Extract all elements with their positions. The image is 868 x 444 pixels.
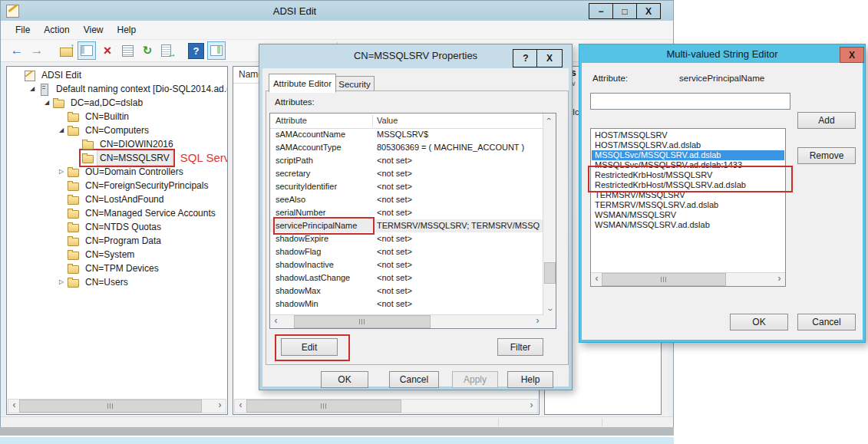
scroll-right-icon[interactable]: › — [532, 315, 543, 327]
toolbar-separator[interactable] — [48, 42, 54, 59]
list-hscrollbar[interactable]: ‹ › — [234, 399, 538, 413]
menu-item[interactable]: View — [77, 22, 111, 38]
tree-item[interactable]: CN=System — [7, 248, 227, 261]
scroll-left-icon[interactable]: ‹ — [591, 273, 602, 284]
value-item[interactable]: HOST/MSSQLSRV — [592, 130, 784, 140]
scroll-left-icon[interactable]: ‹ — [270, 315, 282, 327]
attribute-row[interactable]: securityIdentifier <not set> — [270, 180, 543, 193]
value-to-add-input[interactable] — [590, 93, 790, 110]
tree-item[interactable]: CN=LostAndFound — [7, 192, 227, 206]
attribute-row[interactable]: secretary <not set> — [270, 167, 543, 180]
attribute-row[interactable]: sAMAccountName MSSQLSRV$ — [270, 128, 543, 141]
value-item[interactable]: TERMSRV/MSSQLSRV.ad.dslab — [592, 200, 784, 210]
value-item[interactable]: TERMSRV/MSSQLSRV — [592, 190, 784, 200]
help-icon[interactable]: ? — [513, 49, 539, 67]
attribute-column-header[interactable]: Attribute — [276, 116, 307, 125]
attribute-row[interactable]: shadowFlag <not set> — [270, 245, 543, 258]
tree-item[interactable]: CN=DIOWIN2016 — [7, 137, 227, 151]
scroll-right-icon[interactable]: › — [526, 400, 537, 411]
attributes-hscrollbar[interactable]: ‹ › — [270, 314, 543, 328]
attribute-row[interactable]: servicePrincipalName TERMSRV/MSSQLSRV; T… — [270, 219, 543, 232]
help-icon[interactable]: ? — [188, 43, 204, 59]
menu-item[interactable]: File — [8, 22, 37, 38]
tree-item[interactable]: ▷ CN=Users — [7, 275, 227, 289]
apply-button[interactable]: Apply — [452, 371, 498, 388]
tree-expander-icon[interactable]: ▷ — [57, 165, 66, 179]
tree-hscrollbar[interactable]: ‹ › — [8, 399, 226, 413]
attribute-row[interactable]: shadowMin <not set> — [270, 298, 543, 311]
up-one-level-icon[interactable]: ↑ — [58, 42, 74, 59]
column-divider[interactable] — [372, 115, 373, 127]
values-hscrollbar[interactable]: ‹ › — [591, 272, 785, 286]
ok-button[interactable]: OK — [321, 371, 368, 388]
attribute-row[interactable]: serialNumber <not set> — [270, 206, 543, 219]
cancel-button[interactable]: Cancel — [797, 314, 856, 331]
tree-item[interactable]: ADSI Edit — [7, 68, 227, 82]
remove-button[interactable]: Remove — [797, 147, 856, 164]
export-list-icon[interactable]: → — [159, 42, 176, 59]
scrollbar-thumb[interactable] — [294, 315, 431, 328]
value-item[interactable]: HOST/MSSQLSRV.ad.dslab — [592, 140, 784, 150]
scroll-down-icon[interactable]: ‹ — [543, 304, 555, 315]
forward-icon[interactable]: → — [28, 42, 45, 59]
maximize-button[interactable]: □ — [612, 3, 637, 19]
edit-button[interactable]: Edit — [281, 338, 338, 356]
close-icon[interactable]: X — [840, 47, 864, 63]
tree-item[interactable]: ◢ Default naming context [Dio-SQL2014.ad… — [7, 82, 227, 96]
add-button[interactable]: Add — [797, 112, 856, 129]
scrollbar-thumb[interactable] — [602, 273, 726, 286]
scrollbar-thumb[interactable] — [246, 400, 401, 413]
show-action-pane-icon[interactable] — [207, 41, 226, 60]
filter-button[interactable]: Filter — [497, 338, 543, 356]
tree-item[interactable]: ▷ OU=Domain Controllers — [7, 165, 227, 179]
value-item[interactable]: RestrictedKrbHost/MSSQLSRV.ad.dslab — [592, 180, 784, 190]
tree-item[interactable]: CN=Managed Service Accounts — [7, 206, 227, 220]
attribute-row[interactable]: shadowLastChange <not set> — [270, 271, 543, 284]
show-console-tree-icon[interactable] — [78, 41, 96, 60]
minimize-button[interactable]: − — [589, 3, 613, 19]
value-item[interactable]: WSMAN/MSSQLSRV.ad.dslab — [592, 220, 784, 230]
attribute-row[interactable]: shadowMax <not set> — [270, 284, 543, 298]
close-icon[interactable]: X — [536, 49, 563, 67]
cancel-button[interactable]: Cancel — [389, 371, 439, 388]
tree-item[interactable]: CN=TPM Devices — [7, 261, 227, 275]
value-item[interactable]: MSSQLSvc/MSSQLSRV.ad.dslab — [592, 150, 784, 160]
scroll-up-icon[interactable]: ‹ — [543, 113, 555, 124]
tree-expander-icon[interactable]: ◢ — [57, 123, 66, 137]
tree-item[interactable]: ◢ DC=ad,DC=dslab — [7, 96, 227, 110]
refresh-icon[interactable]: ↻ — [139, 42, 156, 59]
attribute-row[interactable]: shadowInactive <not set> — [270, 258, 543, 271]
value-column-header[interactable]: Value — [377, 116, 398, 125]
tree-item[interactable]: CN=Program Data — [7, 234, 227, 248]
scroll-right-icon[interactable]: › — [774, 273, 785, 284]
delete-icon[interactable]: × — [99, 42, 116, 59]
value-item[interactable]: MSSQLSvc/MSSQLSRV.ad.dslab:1433 — [592, 160, 784, 170]
help-button[interactable]: Help — [507, 371, 553, 388]
tree-item[interactable]: CN=Builtin — [7, 110, 227, 123]
attribute-row[interactable]: seeAlso <not set> — [270, 193, 543, 206]
tree-expander-icon[interactable]: ◢ — [42, 96, 51, 110]
back-icon[interactable]: ← — [8, 42, 25, 59]
tree-item[interactable]: ◢ CN=Computers — [7, 123, 227, 137]
attribute-row[interactable]: sAMAccountType 805306369 = ( MACHINE_ACC… — [270, 141, 543, 154]
tree-expander-icon[interactable]: ▷ — [57, 275, 66, 289]
menu-item[interactable]: Action — [37, 22, 76, 38]
menu-item[interactable]: Help — [111, 22, 144, 38]
attributes-vscrollbar[interactable]: ‹ ‹ — [543, 113, 556, 315]
scrollbar-thumb[interactable] — [544, 262, 556, 284]
toolbar-separator[interactable] — [179, 42, 185, 59]
value-item[interactable]: WSMAN/MSSQLSRV — [592, 210, 784, 220]
tree-item[interactable]: CN=MSSQLSRV SQL Server Host — [7, 151, 227, 165]
tree-item[interactable]: CN=ForeignSecurityPrincipals — [7, 179, 227, 192]
value-item[interactable]: RestrictedKrbHost/MSSQLSRV — [592, 170, 784, 180]
attribute-row[interactable]: scriptPath <not set> — [270, 154, 543, 167]
scrollbar-thumb[interactable] — [19, 400, 202, 413]
close-button[interactable]: X — [636, 3, 661, 19]
tree-item[interactable]: CN=NTDS Quotas — [7, 220, 227, 234]
scroll-right-icon[interactable]: › — [214, 400, 226, 411]
scroll-left-icon[interactable]: ‹ — [8, 400, 20, 411]
tree-expander-icon[interactable]: ◢ — [28, 82, 37, 96]
properties-icon[interactable] — [119, 42, 136, 59]
scroll-left-icon[interactable]: ‹ — [235, 400, 246, 411]
attribute-row[interactable]: shadowExpire <not set> — [270, 232, 543, 245]
